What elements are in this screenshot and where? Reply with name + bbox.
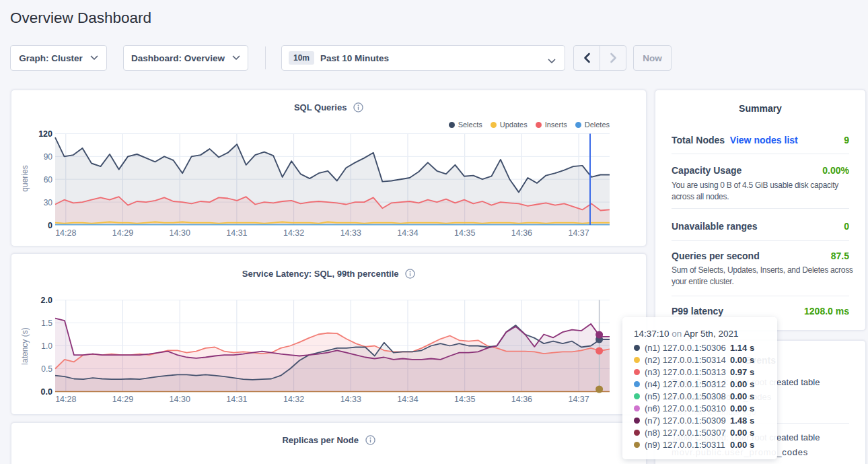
svg-text:0.0: 0.0 xyxy=(41,387,52,397)
svg-text:0: 0 xyxy=(48,221,52,230)
svg-text:120: 120 xyxy=(38,129,52,139)
svg-text:14:30: 14:30 xyxy=(170,228,190,238)
svg-text:14:36: 14:36 xyxy=(511,228,532,238)
svg-text:90: 90 xyxy=(44,152,53,162)
svg-text:14:30: 14:30 xyxy=(170,395,190,404)
svg-text:14:36: 14:36 xyxy=(511,395,532,404)
svg-text:1.0: 1.0 xyxy=(41,341,52,351)
svg-text:14:34: 14:34 xyxy=(397,228,418,238)
svg-text:14:33: 14:33 xyxy=(340,395,361,404)
svg-text:14:37: 14:37 xyxy=(568,395,589,404)
svg-text:14:37: 14:37 xyxy=(568,228,589,238)
svg-text:14:29: 14:29 xyxy=(112,228,133,238)
svg-text:0.5: 0.5 xyxy=(41,364,52,374)
svg-text:14:28: 14:28 xyxy=(55,395,76,404)
svg-text:14:31: 14:31 xyxy=(226,228,247,238)
svg-text:2.0: 2.0 xyxy=(41,296,52,305)
svg-text:14:28: 14:28 xyxy=(55,228,76,238)
svg-text:14:35: 14:35 xyxy=(454,395,475,404)
svg-text:14:32: 14:32 xyxy=(283,395,304,404)
svg-text:14:35: 14:35 xyxy=(454,228,475,238)
svg-text:14:32: 14:32 xyxy=(283,228,304,238)
svg-text:1.5: 1.5 xyxy=(41,319,52,328)
svg-text:14:31: 14:31 xyxy=(226,395,247,404)
svg-text:60: 60 xyxy=(44,175,53,185)
svg-text:14:34: 14:34 xyxy=(397,395,418,404)
svg-text:14:33: 14:33 xyxy=(340,228,361,238)
svg-text:30: 30 xyxy=(44,198,53,207)
svg-text:14:29: 14:29 xyxy=(112,395,133,404)
